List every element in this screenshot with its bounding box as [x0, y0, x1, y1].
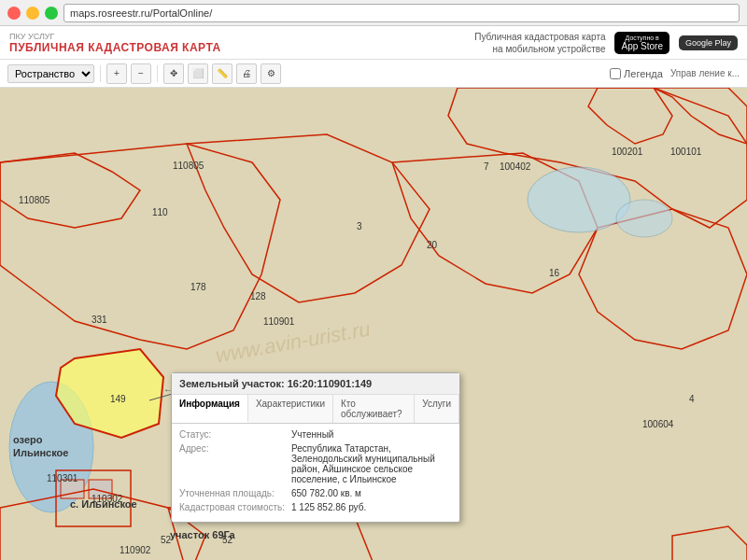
label-parcel: участок 69Га	[170, 529, 235, 540]
minimize-btn[interactable]	[26, 7, 39, 20]
print-button[interactable]: 🖨	[236, 63, 257, 84]
label-100604-1: 100604	[642, 419, 673, 429]
label-100402: 100402	[500, 161, 530, 172]
app-store-button[interactable]: Доступно в App Store	[614, 32, 669, 54]
popup-label-cost: Кадастровая стоимость:	[179, 502, 291, 512]
popup-label-area: Уточненная площадь:	[179, 488, 291, 498]
label-110805-1: 110805	[19, 195, 49, 205]
popup-row-cost: Кадастровая стоимость: 1 125 852.86 руб.	[179, 502, 452, 512]
label-lake: озероИльинское	[13, 433, 68, 460]
popup-title: Земельный участок: 16:20:110901:149	[172, 373, 459, 395]
label-100201: 100201	[612, 147, 642, 157]
label-110805-2: 110805	[173, 161, 204, 171]
label-village: с. Ильинское	[70, 498, 137, 510]
pan-button[interactable]: ✥	[163, 63, 184, 84]
popup-value-status: Учтенный	[291, 429, 452, 440]
label-4: 4	[689, 394, 695, 404]
label-7: 7	[484, 161, 489, 172]
separator-1	[100, 65, 101, 82]
zoom-out-button[interactable]: −	[131, 63, 151, 84]
label-20: 20	[427, 240, 437, 250]
google-play-button[interactable]: Google Play	[679, 35, 738, 50]
popup-label-status: Статус:	[179, 429, 291, 440]
label-3: 3	[357, 221, 362, 231]
label-110301: 110301	[47, 473, 78, 483]
popup-label-address: Адрес:	[179, 443, 291, 454]
ruler-button[interactable]: 📏	[212, 63, 233, 84]
popup-tabs: Информация Характеристики Кто обслуживае…	[172, 395, 459, 424]
toolbar: Ространство + − ✥ ⬜ 📏 🖨 ⚙ Легенда Управ …	[0, 60, 747, 88]
label-100101: 100101	[670, 147, 701, 157]
label-110902-1: 110902	[120, 545, 150, 555]
service-label: ПКУ УСЛУГ	[9, 32, 221, 41]
popup-value-area: 650 782.00 кв. м	[291, 488, 452, 498]
browser-chrome	[0, 0, 747, 26]
maximize-btn[interactable]	[45, 7, 58, 20]
url-bar[interactable]	[63, 4, 740, 22]
app-header: ПКУ УСЛУГ ПУБЛИЧНАЯ КАДАСТРОВАЯ КАРТА Пу…	[0, 26, 747, 60]
label-331: 331	[92, 315, 107, 325]
close-btn[interactable]	[7, 7, 21, 20]
toolbar-right: Легенда Управ ление к...	[610, 68, 740, 79]
label-16: 16	[549, 268, 559, 278]
layer-select[interactable]: Ространство	[7, 64, 94, 83]
popup-value-cost: 1 125 852.86 руб.	[291, 502, 452, 512]
popup-row-area: Уточненная площадь: 650 782.00 кв. м	[179, 488, 452, 498]
tab-services[interactable]: Услуги	[415, 395, 459, 423]
separator-2	[157, 65, 158, 82]
tab-information[interactable]: Информация	[172, 395, 248, 423]
label-110901: 110901	[263, 316, 294, 327]
promo-text: Публичная кадастровая карта на мобильном…	[474, 31, 605, 55]
popup-value-address: Республика Татарстан, Зеленодольский мун…	[291, 443, 452, 484]
popup-row-status: Статус: Учтенный	[179, 429, 452, 440]
select-button[interactable]: ⬜	[188, 63, 208, 84]
popup-row-address: Адрес: Республика Татарстан, Зеленодольс…	[179, 443, 452, 484]
label-110: 110	[152, 207, 168, 217]
manage-label: Управ ление к...	[670, 68, 740, 78]
settings-button[interactable]: ⚙	[261, 63, 281, 84]
map-container[interactable]: www.avin-urist.ru 110805 110805 110901 1…	[0, 88, 747, 560]
tab-who-serves[interactable]: Кто обслуживает?	[333, 395, 415, 423]
header-branding: ПКУ УСЛУГ ПУБЛИЧНАЯ КАДАСТРОВАЯ КАРТА	[9, 32, 221, 54]
info-popup: Земельный участок: 16:20:110901:149 Инфо…	[171, 372, 460, 523]
legend-label[interactable]: Легенда	[610, 68, 663, 79]
popup-content: Статус: Учтенный Адрес: Республика Татар…	[172, 424, 459, 522]
header-right: Публичная кадастровая карта на мобильном…	[474, 31, 738, 55]
zoom-in-button[interactable]: +	[106, 63, 127, 84]
legend-checkbox[interactable]	[610, 68, 621, 79]
app-title: ПУБЛИЧНАЯ КАДАСТРОВАЯ КАРТА	[9, 41, 221, 54]
label-128: 128	[250, 291, 266, 301]
label-149: 149	[110, 394, 126, 404]
label-178: 178	[190, 282, 206, 292]
tab-characteristics[interactable]: Характеристики	[248, 395, 333, 423]
